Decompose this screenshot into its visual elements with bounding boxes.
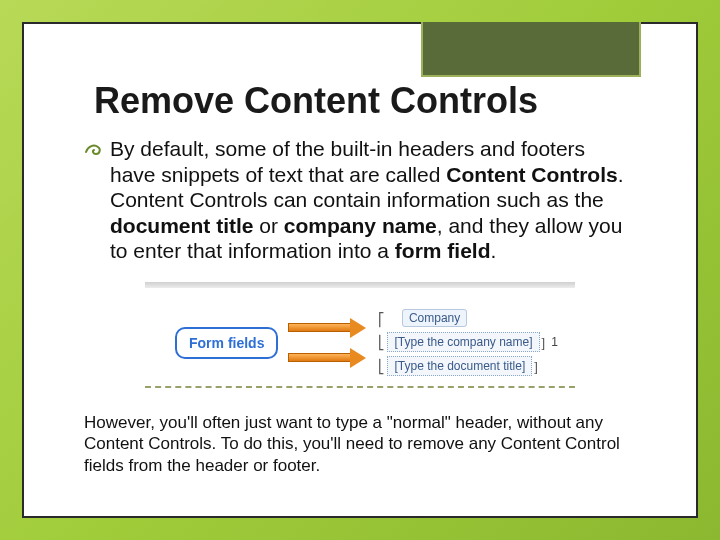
diagram-top-rule [145, 282, 575, 288]
page-number: 1 [551, 335, 558, 349]
company-name-field: [Type the company name] [387, 332, 539, 352]
document-title-field: [Type the document title] [387, 356, 532, 376]
company-tab: ⎡ Company [378, 310, 557, 328]
corner-decoration [421, 22, 641, 77]
company-label: Company [402, 309, 467, 327]
arrow-icon [288, 319, 366, 337]
diagram-dashed-rule [145, 386, 575, 388]
text: . [491, 239, 497, 262]
diagram-main: Form fields ⎡ Company ⎣ [Type the compan… [145, 310, 575, 376]
text: or [254, 214, 284, 237]
content-control-fields: ⎡ Company ⎣ [Type the company name] ] 1 … [378, 310, 557, 376]
paragraph-1: By default, some of the built-in headers… [110, 136, 636, 264]
field-row-title: ⎣ [Type the document title] ] [378, 356, 557, 376]
swirl-bullet-icon [84, 140, 104, 162]
bold-text: document title [110, 214, 254, 237]
arrow-icon [288, 349, 366, 367]
bracket-icon: ] [534, 359, 538, 374]
paragraph-2: However, you'll often just want to type … [24, 394, 696, 476]
bracket-icon: ] [542, 335, 546, 350]
bracket-icon: ⎣ [378, 359, 385, 374]
slide: Remove Content Controls By default, some… [22, 22, 698, 518]
body-text: By default, some of the built-in headers… [24, 136, 696, 264]
bold-text: form field [395, 239, 491, 262]
form-fields-badge: Form fields [175, 327, 278, 359]
field-row-company: ⎣ [Type the company name] ] 1 [378, 332, 557, 352]
bullet-item: By default, some of the built-in headers… [84, 136, 636, 264]
bracket-icon: ⎣ [378, 335, 385, 350]
bold-text: company name [284, 214, 437, 237]
arrows-group [288, 317, 368, 369]
form-fields-diagram: Form fields ⎡ Company ⎣ [Type the compan… [145, 282, 575, 388]
bracket-icon: ⎡ [378, 312, 385, 327]
bold-text: Content Controls [446, 163, 617, 186]
